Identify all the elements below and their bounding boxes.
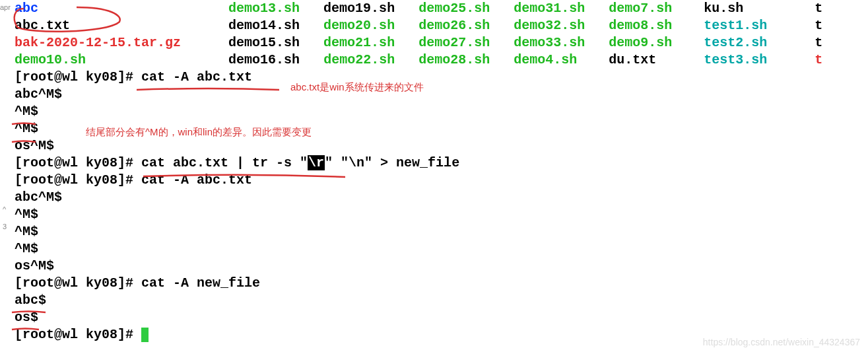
prompt: [root@wl ky08]# [15, 172, 141, 188]
command-line: [root@wl ky08]# cat abc.txt | tr -s "\r"… [0, 155, 868, 172]
ls-file: t [815, 1, 822, 16]
ls-file: demo8.sh [609, 18, 672, 33]
command-text: cat abc.txt | tr -s " [141, 155, 308, 170]
ls-file: demo33.sh [514, 35, 585, 50]
command-text: cat -A abc.txt [141, 172, 252, 188]
gutter-label: 3 [3, 222, 7, 231]
output-line: ^M$ [0, 223, 868, 240]
gutter-label: apr [0, 3, 11, 12]
output-line: ^M$ [0, 240, 868, 258]
ls-file: demo20.sh [323, 18, 395, 33]
ls-file: test1.sh [704, 18, 767, 33]
ls-file: demo13.sh [228, 1, 300, 16]
ls-file: t [815, 52, 822, 67]
command-output: abc^M$^M$^M$os^M$ [0, 86, 868, 155]
ls-row: abc demo13.sh demo19.sh demo25.sh demo31… [0, 0, 868, 17]
ls-file: test2.sh [704, 35, 767, 50]
ls-file: demo7.sh [609, 1, 672, 16]
prompt: [root@wl ky08]# [15, 69, 141, 85]
ls-file: demo15.sh [228, 35, 300, 50]
output-line: abc$ [0, 292, 868, 309]
ls-output: abc demo13.sh demo19.sh demo25.sh demo31… [0, 0, 868, 69]
ls-file: t [815, 35, 822, 50]
command-output: abc^M$^M$^M$^M$os^M$ [0, 189, 868, 275]
ls-file: demo22.sh [323, 52, 395, 67]
ls-file: abc [15, 1, 38, 16]
ls-file: t [815, 18, 822, 33]
ls-file: demo32.sh [514, 18, 585, 33]
output-line: ^M$ [0, 206, 868, 223]
ls-file: demo9.sh [609, 35, 672, 50]
annotation-abc-txt: abc.txt是win系统传进来的文件 [290, 81, 424, 94]
ls-file: test3.sh [704, 52, 767, 67]
ls-file: abc.txt [15, 18, 70, 33]
ls-file: demo26.sh [418, 18, 490, 33]
command-line: [root@wl ky08]# cat -A new_file [0, 275, 868, 292]
prompt: [root@wl ky08]# [15, 275, 141, 291]
ls-file: demo27.sh [418, 35, 490, 50]
command-line: [root@wl ky08]# cat -A abc.txt [0, 172, 868, 189]
watermark: https://blog.csdn.net/weixin_44324367 [703, 336, 860, 348]
ls-file: demo10.sh [15, 52, 86, 67]
output-line: abc^M$ [0, 189, 868, 206]
ls-file: du.txt [609, 52, 656, 67]
ls-row: demo10.sh demo16.sh demo22.sh demo28.sh … [0, 52, 868, 69]
command-output: abc$os$ [0, 292, 868, 326]
command-text: " "\n" > new_file [325, 155, 459, 170]
ls-file: demo25.sh [418, 1, 490, 16]
ls-file: bak-2020-12-15.tar.gz [15, 35, 181, 50]
ls-file: demo21.sh [323, 35, 395, 50]
ls-row: bak-2020-12-15.tar.gz demo15.sh demo21.s… [0, 34, 868, 52]
ls-file: demo28.sh [418, 52, 490, 67]
annotation-m-diff: 结尾部分会有^M的，win和lin的差异。因此需要变更 [86, 125, 312, 139]
command-line: [root@wl ky08]# cat -A abc.txt [0, 69, 868, 86]
ls-file: ku.sh [704, 1, 743, 16]
ls-row: abc.txt demo14.sh demo20.sh demo26.sh de… [0, 17, 868, 34]
prompt: [root@wl ky08]# [15, 155, 141, 170]
terminal-window: apr ^ 3 abc demo13.sh demo19.sh demo25.s… [0, 0, 868, 352]
output-line: os^M$ [0, 137, 868, 155]
ls-file: demo31.sh [514, 1, 585, 16]
output-line: os^M$ [0, 258, 868, 275]
ls-file: demo4.sh [514, 52, 577, 67]
gutter-label: ^ [3, 205, 6, 214]
prompt: [root@wl ky08]# [15, 327, 141, 342]
ls-file: demo19.sh [323, 1, 395, 16]
inverted-text: \r [308, 155, 325, 170]
output-line: os$ [0, 309, 868, 326]
command-text: cat -A new_file [141, 275, 260, 291]
ls-file: demo16.sh [228, 52, 300, 67]
cursor [141, 328, 149, 342]
output-line: ^M$ [0, 103, 868, 120]
command-text: cat -A abc.txt [141, 69, 252, 85]
ls-file: demo14.sh [228, 18, 300, 33]
output-line: abc^M$ [0, 86, 868, 103]
